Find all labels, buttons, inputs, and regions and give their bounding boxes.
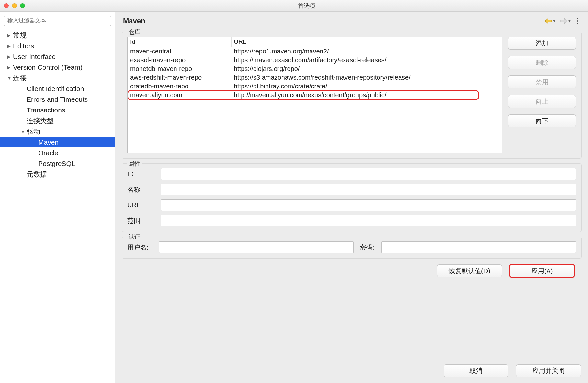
chevron-down-icon: ▼ [552,19,556,23]
password-label: 密码: [359,243,376,252]
tree-item[interactable]: ▶常规 [0,30,115,41]
table-row[interactable]: monetdb-maven-repohttps://clojars.org/re… [128,64,502,73]
cell-id: aws-redshift-maven-repo [128,73,231,82]
tree-item[interactable]: Transactions [0,105,115,115]
cell-id: maven.aliyun.com [128,91,231,99]
arrow-right-icon [559,17,568,25]
tree-item-label: Maven [38,138,59,146]
preferences-tree[interactable]: ▶常规▶Editors▶User Interface▶Version Contr… [0,30,115,383]
id-field[interactable] [161,168,576,180]
restore-defaults-button[interactable]: 恢复默认值(D) [437,264,502,277]
chevron-right-icon: ▶ [7,43,12,49]
tree-item[interactable]: ▶Editors [0,41,115,51]
move-up-button[interactable]: 向上 [508,95,576,108]
group-label: 仓库 [127,28,142,36]
table-row[interactable]: exasol-maven-repohttps://maven.exasol.co… [128,56,502,64]
cell-id: cratedb-maven-repo [128,82,231,91]
tree-item-label: 驱动 [27,127,40,136]
url-field[interactable] [161,199,576,211]
tree-item-label: Client Identification [27,85,84,93]
repositories-group: 仓库 Id URL maven-centralhttps://repo1.mav… [122,32,582,159]
window-title: 首选项 [29,2,584,10]
scope-label: 范围: [127,216,156,225]
column-header-id[interactable]: Id [128,37,231,47]
repositories-table[interactable]: Id URL maven-centralhttps://repo1.maven.… [127,37,502,153]
tree-item[interactable]: Client Identification [0,83,115,94]
cell-url: http://maven.aliyun.com/nexus/content/gr… [231,91,502,99]
table-row[interactable]: maven.aliyun.comhttp://maven.aliyun.com/… [128,91,502,99]
cell-url: https://s3.amazonaws.com/redshift-maven-… [231,73,502,82]
add-button[interactable]: 添加 [508,37,576,50]
apply-button[interactable]: 应用(A) [510,264,574,277]
scope-field[interactable] [161,215,576,226]
apply-and-close-button[interactable]: 应用并关闭 [516,364,581,377]
tree-item-label: Editors [13,42,34,50]
preferences-sidebar: ▶常规▶Editors▶User Interface▶Version Contr… [0,12,115,383]
properties-group: 属性 ID: 名称: URL: 范围: [122,163,582,232]
tree-item[interactable]: ▶User Interface [0,51,115,62]
page-title: Maven [123,17,145,25]
username-label: 用户名: [127,243,153,252]
chevron-down-icon: ▼ [7,75,12,81]
close-window-button[interactable] [4,3,9,8]
tree-item[interactable]: 连接类型 [0,115,115,126]
cancel-button[interactable]: 取消 [444,364,508,377]
group-label: 属性 [127,160,142,168]
cell-url: https://maven.exasol.com/artifactory/exa… [231,56,502,64]
cell-id: monetdb-maven-repo [128,64,231,73]
tree-item[interactable]: Errors and Timeouts [0,94,115,105]
tree-item-label: Errors and Timeouts [27,96,88,103]
tree-item-label: Oracle [38,149,58,157]
auth-group: 认证 用户名: 密码: [122,237,582,259]
titlebar: 首选项 [0,0,588,12]
table-row[interactable]: cratedb-maven-repohttps://dl.bintray.com… [128,82,502,91]
name-label: 名称: [127,185,156,194]
arrow-left-icon [544,17,553,25]
main-panel: Maven ▼ ▼ 仓库 [115,12,588,383]
tree-item-label: 常规 [13,31,27,40]
cell-id: maven-central [128,47,231,56]
tree-item[interactable]: ▶Version Control (Team) [0,62,115,73]
cell-url: https://clojars.org/repo/ [231,64,502,73]
tree-item[interactable]: Maven [0,137,115,147]
chevron-right-icon: ▶ [7,33,12,38]
nav-forward-button[interactable]: ▼ [559,17,571,25]
move-down-button[interactable]: 向下 [508,114,576,127]
chevron-right-icon: ▶ [7,65,12,70]
cell-url: https://repo1.maven.org/maven2/ [231,47,502,56]
nav-back-button[interactable]: ▼ [544,17,556,25]
zoom-window-button[interactable] [20,3,25,8]
minimize-window-button[interactable] [12,3,17,8]
cell-id: exasol-maven-repo [128,56,231,64]
chevron-right-icon: ▶ [7,54,12,59]
tree-item[interactable]: 元数据 [0,169,115,180]
group-label: 认证 [127,233,142,241]
delete-button[interactable]: 删除 [508,56,576,69]
tree-item[interactable]: ▼驱动 [0,126,115,137]
column-header-url[interactable]: URL [231,37,502,47]
password-field[interactable] [381,241,576,253]
cell-url: https://dl.bintray.com/crate/crate/ [231,82,502,91]
table-row[interactable]: maven-centralhttps://repo1.maven.org/mav… [128,47,502,56]
name-field[interactable] [161,184,576,195]
tree-item[interactable]: Oracle [0,147,115,158]
filter-input[interactable] [4,16,111,26]
kebab-menu-icon[interactable] [574,18,580,24]
tree-item-label: Version Control (Team) [13,64,83,71]
window-controls [4,3,25,8]
chevron-down-icon: ▼ [568,19,571,23]
tree-item-label: User Interface [13,53,56,61]
disable-button[interactable]: 禁用 [508,75,576,88]
url-label: URL: [127,202,156,209]
tree-item[interactable]: ▼连接 [0,73,115,83]
username-field[interactable] [159,241,354,253]
tree-item-label: Transactions [27,106,65,114]
chevron-down-icon: ▼ [21,129,25,134]
tree-item-label: 连接 [13,74,27,83]
table-row[interactable]: aws-redshift-maven-repohttps://s3.amazon… [128,73,502,82]
tree-item-label: 元数据 [27,170,47,179]
tree-item[interactable]: PostgreSQL [0,158,115,169]
id-label: ID: [127,170,156,178]
tree-item-label: 连接类型 [27,116,54,125]
tree-item-label: PostgreSQL [38,160,75,168]
